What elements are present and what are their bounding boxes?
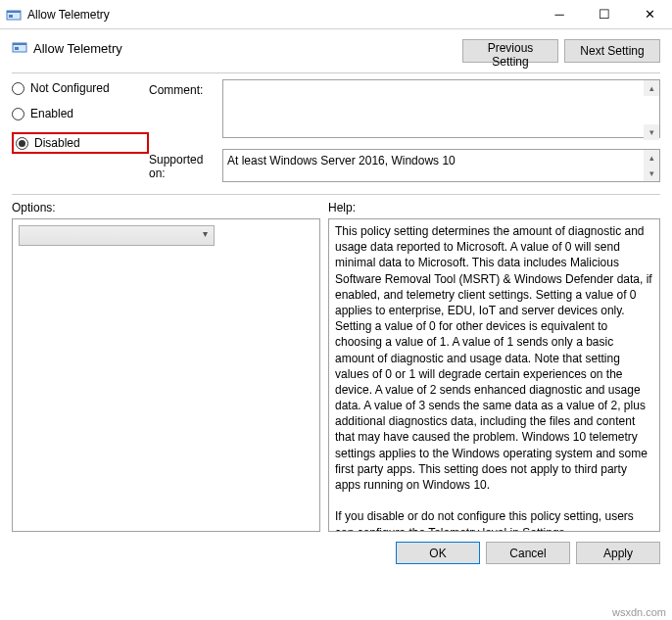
radio-disabled[interactable]: Disabled [16,136,143,150]
subheader: Allow Telemetry Previous Setting Next Se… [0,29,672,69]
highlight-box: Disabled [12,132,149,154]
panel-labels: Options: Help: [0,195,672,218]
previous-setting-button[interactable]: Previous Setting [462,39,558,63]
supported-on-value: At least Windows Server 2016, Windows 10 [227,154,456,167]
footer: OK Cancel Apply [0,532,672,564]
radio-label: Disabled [34,136,80,150]
cancel-button[interactable]: Cancel [486,542,570,564]
supported-label: Supported on: [149,149,222,180]
watermark: wsxdn.com [612,606,666,618]
scroll-up-icon[interactable]: ▴ [644,80,659,96]
supported-on-field: At least Windows Server 2016, Windows 10 [222,149,660,182]
help-label: Help: [328,201,356,215]
state-radios: Not Configured Enabled Disabled [12,79,149,154]
radio-label: Not Configured [30,81,110,95]
scroll-down-icon[interactable]: ▾ [644,166,659,181]
options-dropdown[interactable] [19,225,215,246]
svg-rect-2 [9,15,13,18]
titlebar: Allow Telemetry ─ ☐ ✕ [0,0,672,29]
svg-rect-4 [13,43,26,45]
minimize-button[interactable]: ─ [537,0,582,28]
window-title: Allow Telemetry [27,8,537,22]
radio-enabled[interactable]: Enabled [12,107,149,120]
scroll-down-icon[interactable]: ▾ [644,124,659,140]
policy-icon [6,7,22,23]
ok-button[interactable]: OK [396,542,480,564]
radio-icon [16,137,28,150]
radio-icon [12,82,24,95]
maximize-button[interactable]: ☐ [582,0,627,28]
radio-icon [12,108,24,120]
help-panel[interactable]: This policy setting determines the amoun… [328,218,660,532]
help-paragraph: If you disable or do not configure this … [335,508,655,532]
config-area: Not Configured Enabled Disabled Comment:… [0,73,672,190]
policy-icon [12,39,27,58]
help-paragraph: This policy setting determines the amoun… [335,223,655,493]
page-title: Allow Telemetry [33,41,122,56]
radio-not-configured[interactable]: Not Configured [12,81,149,95]
svg-rect-1 [7,11,21,13]
comment-field[interactable] [222,79,660,138]
scroll-up-icon[interactable]: ▴ [644,150,659,166]
options-panel [12,218,320,532]
next-setting-button[interactable]: Next Setting [564,39,660,63]
options-label: Options: [12,201,328,215]
apply-button[interactable]: Apply [576,542,660,564]
comment-label: Comment: [149,79,222,97]
radio-label: Enabled [30,107,73,120]
svg-rect-5 [15,47,19,50]
close-button[interactable]: ✕ [627,0,672,28]
window-buttons: ─ ☐ ✕ [537,0,672,28]
